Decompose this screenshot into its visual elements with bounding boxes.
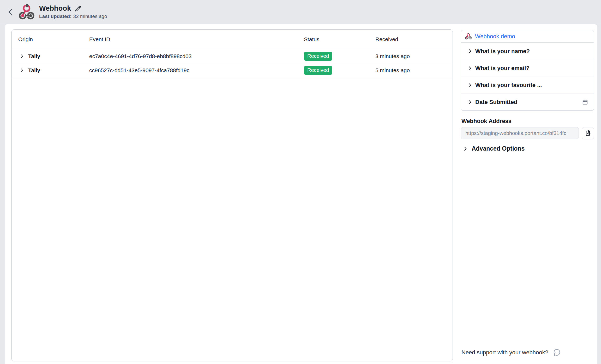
webhook-address-input[interactable] <box>461 127 579 139</box>
column-header-status: Status <box>304 36 375 42</box>
chat-bubble-icon <box>552 348 561 357</box>
support-chat-button[interactable] <box>552 348 561 357</box>
webhook-logo-icon <box>18 4 35 20</box>
clipboard-copy-icon <box>585 130 592 137</box>
field-label: What is your email? <box>475 65 530 72</box>
status-badge: Received <box>304 52 332 61</box>
copy-address-button[interactable] <box>582 127 594 139</box>
calendar-icon <box>582 99 588 106</box>
chevron-right-icon <box>462 146 468 152</box>
chevron-right-icon <box>467 99 473 105</box>
event-id-cell: ec7a0c4e-4691-4d76-97d8-eb8bf898cd03 <box>89 53 304 59</box>
chevron-right-icon <box>467 48 473 54</box>
webhook-address-label: Webhook Address <box>461 118 512 125</box>
origin-cell: Tally <box>28 67 40 73</box>
field-row-email[interactable]: What is your email? <box>461 60 594 77</box>
chevron-right-icon <box>467 82 473 88</box>
webhook-demo-link[interactable]: Webhook demo <box>475 33 515 40</box>
events-table: Origin Event ID Status Received Tally ec… <box>11 29 453 361</box>
advanced-options-toggle[interactable]: Advanced Options <box>462 145 525 152</box>
received-cell: 5 minutes ago <box>375 67 453 73</box>
column-header-received: Received <box>375 36 453 42</box>
last-updated-label: Last updated: <box>39 14 72 19</box>
sidebar: Webhook demo What is your name? What is … <box>461 30 594 364</box>
origin-cell: Tally <box>28 53 40 59</box>
received-cell: 3 minutes ago <box>375 53 453 59</box>
expand-chevron-icon[interactable] <box>19 67 25 73</box>
field-row-date-submitted[interactable]: Date Submitted <box>461 94 594 110</box>
main-panel: Origin Event ID Status Received Tally ec… <box>5 24 597 364</box>
column-header-event-id: Event ID <box>89 36 304 42</box>
page-title: Webhook <box>39 4 71 13</box>
app-header: Webhook Last updated:32 minutes ago <box>0 0 601 24</box>
column-header-origin: Origin <box>18 36 89 42</box>
last-updated: Last updated:32 minutes ago <box>39 14 107 19</box>
status-badge: Received <box>304 66 332 75</box>
back-button[interactable] <box>5 6 16 18</box>
table-header-row: Origin Event ID Status Received <box>12 30 453 49</box>
expand-chevron-icon[interactable] <box>19 53 25 59</box>
source-form-row: Webhook demo <box>461 30 594 43</box>
support-text: Need support with your webhook? <box>461 349 548 356</box>
table-row[interactable]: Tally cc96527c-dd51-43e5-9097-4fca788fd1… <box>12 63 453 77</box>
advanced-options-label: Advanced Options <box>472 145 525 152</box>
field-label: Date Submitted <box>475 99 517 106</box>
field-row-name[interactable]: What is your name? <box>461 43 594 60</box>
field-row-favourite[interactable]: What is your favourite ... <box>461 77 594 94</box>
webhook-small-icon <box>465 33 472 40</box>
form-fields-panel: Webhook demo What is your name? What is … <box>461 30 594 111</box>
chevron-right-icon <box>467 65 473 71</box>
field-label: What is your name? <box>475 48 530 55</box>
table-row[interactable]: Tally ec7a0c4e-4691-4d76-97d8-eb8bf898cd… <box>12 49 453 63</box>
event-id-cell: cc96527c-dd51-43e5-9097-4fca788fd19c <box>89 67 304 73</box>
support-row: Need support with your webhook? <box>461 348 561 357</box>
last-updated-value: 32 minutes ago <box>73 14 107 19</box>
field-label: What is your favourite ... <box>475 82 542 89</box>
chevron-left-icon <box>6 8 15 16</box>
edit-pencil-icon[interactable] <box>74 5 82 13</box>
